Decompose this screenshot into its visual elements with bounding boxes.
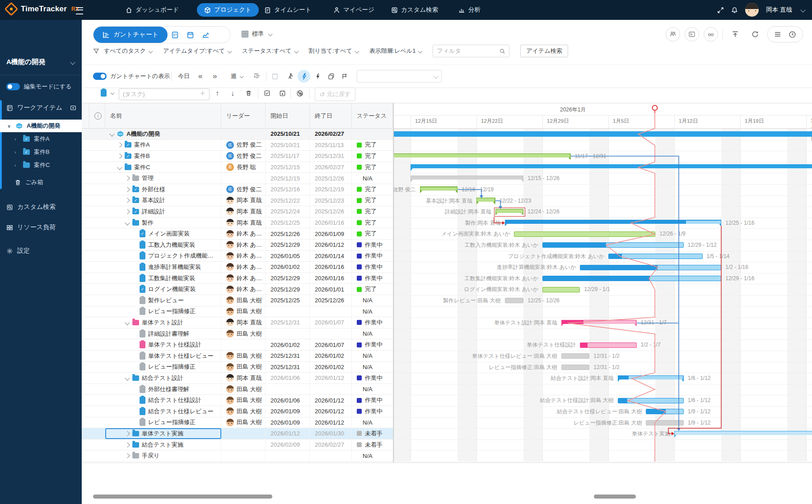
cell-name[interactable]: 工数入力機能実装 [105, 240, 221, 250]
cell-name[interactable]: 詳細設計書理解 [105, 328, 221, 339]
cell-end-date[interactable]: 2026/01/07 [310, 339, 352, 350]
cell-leader[interactable]: 鈴木 あ… [221, 273, 266, 284]
table-row[interactable]: 結合テスト設計岡本 直哉2026/01/062026/01/12作業中 [82, 373, 393, 384]
outline-indent-icon[interactable] [253, 65, 261, 88]
cell-status[interactable]: N/A [352, 351, 393, 361]
tree-item-A機能の開発[interactable]: ∨A機能の開発 [0, 120, 82, 132]
gantt-bar[interactable] [646, 420, 683, 425]
gantt-chart-view-button[interactable]: ガントチャート [93, 27, 168, 43]
cell-name[interactable]: プロジェクト作成機能… [105, 251, 221, 262]
chevron-right-icon[interactable] [125, 176, 130, 181]
clear-date-icon[interactable] [279, 90, 286, 98]
cell-name[interactable]: 手戻り [105, 450, 221, 461]
cell-end-date[interactable] [310, 384, 352, 395]
nav-item-analytics[interactable]: 分析 [458, 0, 481, 20]
cell-end-date[interactable] [310, 450, 352, 461]
cell-name[interactable]: 製作 [105, 217, 221, 228]
cell-leader[interactable] [221, 129, 266, 139]
column-header-status[interactable]: ステータス [352, 103, 393, 129]
table-row[interactable]: 案件C長長野 聡2025/12/152026/02/27完了 [82, 162, 393, 173]
cell-name[interactable]: ログイン機能実装 [105, 284, 221, 295]
next-period-button[interactable]: » [213, 65, 217, 88]
cell-name[interactable]: 外部仕様書理解 [105, 384, 221, 395]
cell-status[interactable]: 作業中 [352, 406, 393, 417]
sidebar-item-custom-search[interactable]: カスタム検索 [0, 201, 82, 213]
cell-status[interactable]: 作業中 [352, 373, 393, 384]
cell-leader[interactable] [221, 450, 266, 461]
column-header-end[interactable]: 終了日 [310, 103, 352, 129]
chevron-down-icon[interactable]: ∨ [7, 124, 12, 129]
menu-icon[interactable] [774, 31, 781, 37]
cell-name[interactable]: 単体テスト仕様レビュー [105, 351, 221, 361]
clock-icon[interactable] [789, 31, 796, 38]
cell-status[interactable]: 完了 [352, 284, 393, 295]
cell-name[interactable]: 工数集計機能実装 [105, 273, 221, 284]
gantt-visibility-toggle[interactable]: ガントチャートの表示 [93, 65, 170, 88]
gantt-bar[interactable] [505, 220, 722, 227]
cell-status[interactable]: 作業中 [352, 395, 393, 406]
lightning-line-icon[interactable] [298, 70, 310, 83]
cell-leader[interactable]: 田島 大樹 [221, 406, 266, 417]
sidebar-item-settings[interactable]: 設定 [0, 245, 82, 257]
chevron-right-icon[interactable] [125, 431, 130, 436]
cell-status[interactable]: 作業中 [352, 262, 393, 273]
cell-leader[interactable]: 田島 大樹 [221, 395, 266, 406]
chevron-down-icon[interactable] [125, 375, 130, 380]
gantt-bar[interactable] [561, 320, 637, 327]
nav-item-dashboard[interactable]: ダッシュボード [126, 0, 179, 20]
cell-name[interactable]: 単体テスト実施 [105, 428, 221, 439]
cell-end-date[interactable]: 2026/02/27 [310, 439, 352, 450]
table-row[interactable]: 製作岡本 直哉2025/12/252026/01/16完了 [82, 217, 393, 229]
today-button[interactable]: 今日 [178, 65, 190, 88]
cell-start-date[interactable]: 2025/12/29 [266, 284, 310, 295]
cell-start-date[interactable]: 2025/12/26 [266, 228, 310, 239]
chevron-down-icon[interactable] [109, 131, 114, 136]
export-icon[interactable] [728, 27, 743, 42]
nav-item-project[interactable]: プロジェクト [197, 3, 259, 17]
gantt-bar[interactable] [411, 164, 812, 171]
undo-button[interactable]: ↺元に戻す [315, 88, 355, 101]
table-row[interactable]: ログイン機能実装鈴木 あ…2025/12/292026/01/01完了 [82, 284, 393, 295]
table-row[interactable]: 単体テスト設計岡本 直哉2025/12/312026/01/07作業中 [82, 317, 393, 328]
cell-start-date[interactable]: 2025/12/16 [266, 184, 310, 195]
cell-end-date[interactable]: 2025/11/13 [310, 140, 352, 151]
delete-task-button[interactable] [245, 90, 252, 98]
cell-end-date[interactable]: 2026/01/16 [310, 273, 352, 284]
cell-start-date[interactable]: 2026/01/09 [266, 417, 310, 428]
cell-start-date[interactable]: 2025/12/31 [266, 351, 310, 361]
cell-start-date[interactable]: 2025/12/31 [266, 362, 310, 373]
cell-start-date[interactable]: 2025/12/15 [266, 173, 310, 184]
cell-end-date[interactable]: 2026/01/01 [310, 284, 352, 295]
cell-name[interactable]: 詳細設計 [105, 206, 221, 217]
cell-end-date[interactable] [310, 328, 352, 339]
gantt-bar[interactable] [514, 231, 655, 237]
table-row[interactable]: 結合テスト仕様設計田島 大樹2026/01/062026/01/12作業中 [82, 395, 393, 406]
cell-end-date[interactable]: 2026/01/07 [310, 317, 352, 328]
cell-leader[interactable]: 岡本 直哉 [221, 217, 266, 228]
cell-name[interactable]: 進捗率計算機能実装 [105, 262, 221, 273]
cell-start-date[interactable]: 2026/01/05 [266, 251, 310, 262]
nav-item-timesheet[interactable]: タイムシート [264, 0, 312, 20]
cell-end-date[interactable]: 2026/01/14 [310, 251, 352, 262]
flag-icon[interactable] [338, 70, 351, 83]
table-row[interactable]: 製作レビュー田島 大樹2025/12/252025/12/26N/A [82, 295, 393, 306]
cell-end-date[interactable]: 2025/12/31 [310, 151, 352, 162]
cell-end-date[interactable]: 2026/01/12 [310, 406, 352, 417]
cell-leader[interactable]: 長長野 聡 [221, 162, 266, 173]
cell-start-date[interactable]: 2025/10/21 [266, 129, 310, 139]
cell-status[interactable]: 作業中 [352, 339, 393, 350]
gantt-bar[interactable] [608, 254, 703, 259]
cell-status[interactable]: 未着手 [352, 439, 393, 450]
cell-start-date[interactable]: 2025/12/29 [266, 273, 310, 284]
cell-status[interactable]: N/A [352, 384, 393, 395]
gantt-horizontal-scrollbar[interactable] [594, 495, 636, 499]
add-folder-icon[interactable] [70, 105, 76, 111]
glasses-icon[interactable] [704, 27, 718, 42]
cell-status[interactable]: 完了 [352, 206, 393, 217]
gantt-bar[interactable] [542, 276, 721, 281]
bell-icon[interactable] [731, 7, 738, 14]
table-row[interactable]: 詳細設計岡本 直哉2025/12/242025/12/26完了 [82, 206, 393, 217]
cell-end-date[interactable]: 2026/01/02 [310, 362, 352, 373]
gantt-bar[interactable] [542, 242, 684, 248]
filter-assignment[interactable]: 割り当て:すべて [309, 47, 359, 55]
